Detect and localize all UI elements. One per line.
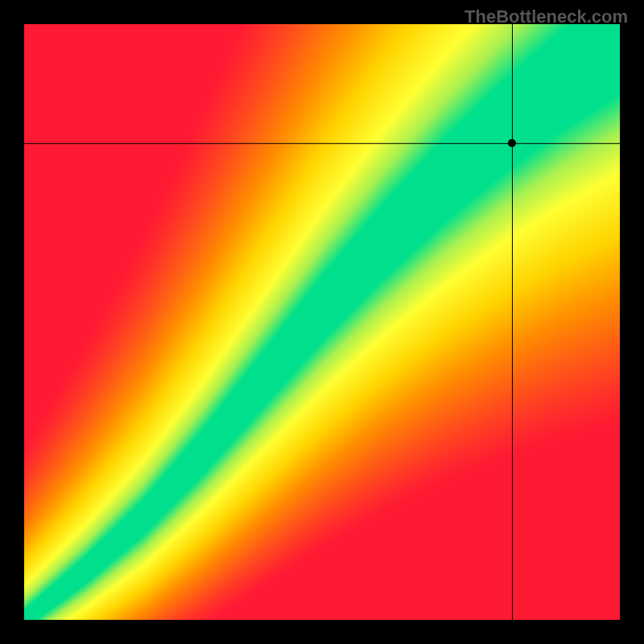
- watermark-text: TheBottleneck.com: [464, 6, 628, 27]
- heatmap-canvas: [24, 24, 620, 620]
- heatmap-plot: [24, 24, 620, 620]
